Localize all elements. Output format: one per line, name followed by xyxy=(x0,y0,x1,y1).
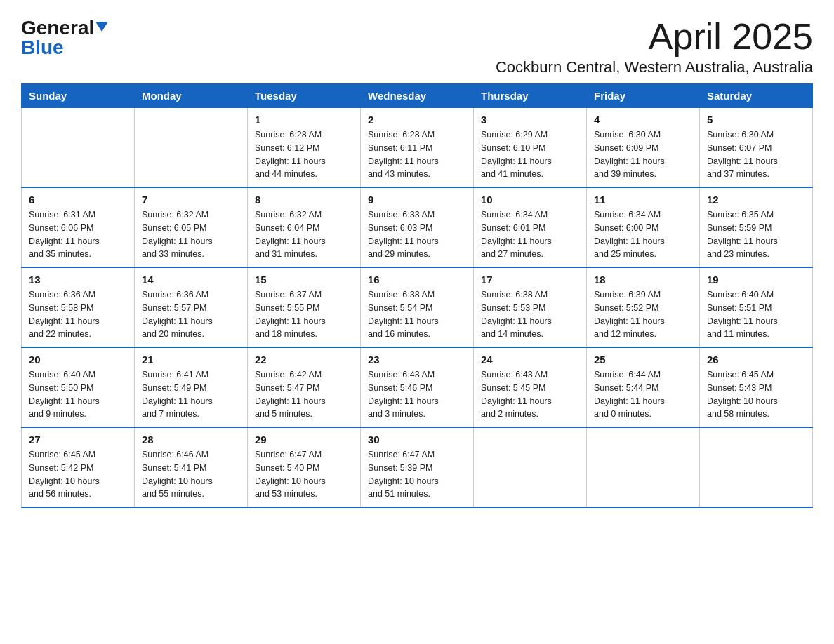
day-info: Sunrise: 6:28 AMSunset: 6:12 PMDaylight:… xyxy=(255,128,353,181)
table-row: 8Sunrise: 6:32 AMSunset: 6:04 PMDaylight… xyxy=(248,187,361,267)
page-header: General Blue April 2025 Cockburn Central… xyxy=(21,17,813,76)
table-row: 1Sunrise: 6:28 AMSunset: 6:12 PMDaylight… xyxy=(248,108,361,188)
table-row xyxy=(587,427,700,507)
day-info: Sunrise: 6:29 AMSunset: 6:10 PMDaylight:… xyxy=(481,128,579,181)
day-number: 7 xyxy=(142,194,240,206)
table-row: 6Sunrise: 6:31 AMSunset: 6:06 PMDaylight… xyxy=(22,187,135,267)
day-number: 30 xyxy=(368,434,466,445)
table-row: 28Sunrise: 6:46 AMSunset: 5:41 PMDayligh… xyxy=(135,427,248,507)
table-row: 22Sunrise: 6:42 AMSunset: 5:47 PMDayligh… xyxy=(248,347,361,427)
day-number: 5 xyxy=(707,114,805,126)
day-info: Sunrise: 6:33 AMSunset: 6:03 PMDaylight:… xyxy=(368,208,466,261)
day-info: Sunrise: 6:34 AMSunset: 6:01 PMDaylight:… xyxy=(481,208,579,261)
day-info: Sunrise: 6:45 AMSunset: 5:42 PMDaylight:… xyxy=(29,448,127,501)
day-number: 27 xyxy=(29,434,127,445)
day-number: 1 xyxy=(255,114,353,126)
day-number: 13 xyxy=(29,274,127,286)
day-number: 20 xyxy=(29,354,127,365)
table-row: 10Sunrise: 6:34 AMSunset: 6:01 PMDayligh… xyxy=(474,187,587,267)
table-row: 17Sunrise: 6:38 AMSunset: 5:53 PMDayligh… xyxy=(474,267,587,347)
calendar-week-row: 20Sunrise: 6:40 AMSunset: 5:50 PMDayligh… xyxy=(22,347,813,427)
calendar-week-row: 27Sunrise: 6:45 AMSunset: 5:42 PMDayligh… xyxy=(22,427,813,507)
table-row: 26Sunrise: 6:45 AMSunset: 5:43 PMDayligh… xyxy=(700,347,813,427)
day-number: 19 xyxy=(707,274,805,286)
table-row: 19Sunrise: 6:40 AMSunset: 5:51 PMDayligh… xyxy=(700,267,813,347)
day-info: Sunrise: 6:45 AMSunset: 5:43 PMDaylight:… xyxy=(707,368,805,421)
table-row: 7Sunrise: 6:32 AMSunset: 6:05 PMDaylight… xyxy=(135,187,248,267)
day-info: Sunrise: 6:36 AMSunset: 5:57 PMDaylight:… xyxy=(142,288,240,341)
header-wednesday: Wednesday xyxy=(361,84,474,108)
day-info: Sunrise: 6:46 AMSunset: 5:41 PMDaylight:… xyxy=(142,448,240,501)
day-number: 9 xyxy=(368,194,466,206)
calendar-week-row: 6Sunrise: 6:31 AMSunset: 6:06 PMDaylight… xyxy=(22,187,813,267)
table-row xyxy=(135,108,248,188)
day-info: Sunrise: 6:28 AMSunset: 6:11 PMDaylight:… xyxy=(368,128,466,181)
table-row: 16Sunrise: 6:38 AMSunset: 5:54 PMDayligh… xyxy=(361,267,474,347)
table-row: 3Sunrise: 6:29 AMSunset: 6:10 PMDaylight… xyxy=(474,108,587,188)
table-row xyxy=(474,427,587,507)
header-sunday: Sunday xyxy=(22,84,135,108)
calendar-week-row: 13Sunrise: 6:36 AMSunset: 5:58 PMDayligh… xyxy=(22,267,813,347)
table-row: 4Sunrise: 6:30 AMSunset: 6:09 PMDaylight… xyxy=(587,108,700,188)
day-info: Sunrise: 6:38 AMSunset: 5:54 PMDaylight:… xyxy=(368,288,466,341)
day-info: Sunrise: 6:41 AMSunset: 5:49 PMDaylight:… xyxy=(142,368,240,421)
day-number: 14 xyxy=(142,274,240,286)
day-info: Sunrise: 6:47 AMSunset: 5:40 PMDaylight:… xyxy=(255,448,353,501)
day-number: 16 xyxy=(368,274,466,286)
day-number: 24 xyxy=(481,354,579,365)
table-row: 27Sunrise: 6:45 AMSunset: 5:42 PMDayligh… xyxy=(22,427,135,507)
table-row: 18Sunrise: 6:39 AMSunset: 5:52 PMDayligh… xyxy=(587,267,700,347)
day-number: 28 xyxy=(142,434,240,445)
title-block: April 2025 Cockburn Central, Western Aus… xyxy=(496,17,813,76)
table-row: 30Sunrise: 6:47 AMSunset: 5:39 PMDayligh… xyxy=(361,427,474,507)
table-row: 20Sunrise: 6:40 AMSunset: 5:50 PMDayligh… xyxy=(22,347,135,427)
day-number: 17 xyxy=(481,274,579,286)
day-info: Sunrise: 6:32 AMSunset: 6:05 PMDaylight:… xyxy=(142,208,240,261)
day-number: 10 xyxy=(481,194,579,206)
day-info: Sunrise: 6:40 AMSunset: 5:50 PMDaylight:… xyxy=(29,368,127,421)
logo-triangle-icon xyxy=(95,22,108,32)
day-number: 12 xyxy=(707,194,805,206)
day-number: 29 xyxy=(255,434,353,445)
day-number: 18 xyxy=(594,274,692,286)
table-row: 13Sunrise: 6:36 AMSunset: 5:58 PMDayligh… xyxy=(22,267,135,347)
table-row: 15Sunrise: 6:37 AMSunset: 5:55 PMDayligh… xyxy=(248,267,361,347)
calendar-table: Sunday Monday Tuesday Wednesday Thursday… xyxy=(21,83,813,508)
calendar-week-row: 1Sunrise: 6:28 AMSunset: 6:12 PMDaylight… xyxy=(22,108,813,188)
table-row: 23Sunrise: 6:43 AMSunset: 5:46 PMDayligh… xyxy=(361,347,474,427)
day-info: Sunrise: 6:36 AMSunset: 5:58 PMDaylight:… xyxy=(29,288,127,341)
day-info: Sunrise: 6:40 AMSunset: 5:51 PMDaylight:… xyxy=(707,288,805,341)
header-monday: Monday xyxy=(135,84,248,108)
table-row: 11Sunrise: 6:34 AMSunset: 6:00 PMDayligh… xyxy=(587,187,700,267)
table-row: 21Sunrise: 6:41 AMSunset: 5:49 PMDayligh… xyxy=(135,347,248,427)
table-row: 14Sunrise: 6:36 AMSunset: 5:57 PMDayligh… xyxy=(135,267,248,347)
day-info: Sunrise: 6:34 AMSunset: 6:00 PMDaylight:… xyxy=(594,208,692,261)
day-number: 6 xyxy=(29,194,127,206)
day-info: Sunrise: 6:35 AMSunset: 5:59 PMDaylight:… xyxy=(707,208,805,261)
day-info: Sunrise: 6:38 AMSunset: 5:53 PMDaylight:… xyxy=(481,288,579,341)
logo: General Blue xyxy=(21,17,108,59)
day-info: Sunrise: 6:32 AMSunset: 6:04 PMDaylight:… xyxy=(255,208,353,261)
day-info: Sunrise: 6:42 AMSunset: 5:47 PMDaylight:… xyxy=(255,368,353,421)
day-number: 3 xyxy=(481,114,579,126)
day-info: Sunrise: 6:30 AMSunset: 6:07 PMDaylight:… xyxy=(707,128,805,181)
calendar-header-row: Sunday Monday Tuesday Wednesday Thursday… xyxy=(22,84,813,108)
day-number: 4 xyxy=(594,114,692,126)
day-number: 26 xyxy=(707,354,805,365)
table-row: 5Sunrise: 6:30 AMSunset: 6:07 PMDaylight… xyxy=(700,108,813,188)
location-title: Cockburn Central, Western Australia, Aus… xyxy=(496,58,813,76)
day-number: 8 xyxy=(255,194,353,206)
logo-blue-text: Blue xyxy=(21,36,64,59)
header-thursday: Thursday xyxy=(474,84,587,108)
day-info: Sunrise: 6:43 AMSunset: 5:46 PMDaylight:… xyxy=(368,368,466,421)
day-info: Sunrise: 6:37 AMSunset: 5:55 PMDaylight:… xyxy=(255,288,353,341)
day-info: Sunrise: 6:30 AMSunset: 6:09 PMDaylight:… xyxy=(594,128,692,181)
day-info: Sunrise: 6:43 AMSunset: 5:45 PMDaylight:… xyxy=(481,368,579,421)
header-friday: Friday xyxy=(587,84,700,108)
month-title: April 2025 xyxy=(496,17,813,57)
header-tuesday: Tuesday xyxy=(248,84,361,108)
table-row: 25Sunrise: 6:44 AMSunset: 5:44 PMDayligh… xyxy=(587,347,700,427)
day-info: Sunrise: 6:31 AMSunset: 6:06 PMDaylight:… xyxy=(29,208,127,261)
day-number: 2 xyxy=(368,114,466,126)
table-row: 12Sunrise: 6:35 AMSunset: 5:59 PMDayligh… xyxy=(700,187,813,267)
